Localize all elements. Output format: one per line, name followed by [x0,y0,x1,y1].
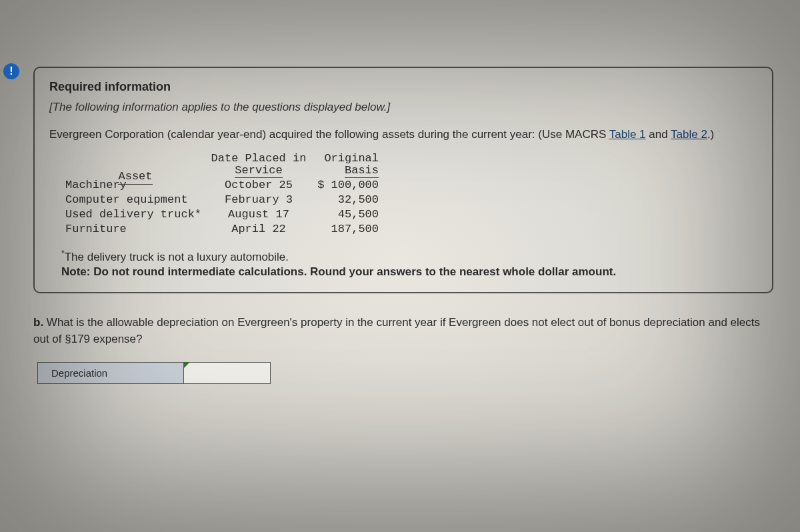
intro-post: .) [707,128,714,141]
question-b-text: What is the allowable depreciation on Ev… [33,316,760,345]
depreciation-input-cell [184,362,271,384]
alert-symbol: ! [9,65,13,77]
header-basis: OriginalBasis [312,153,379,178]
cell-date: August 17 [205,207,312,222]
alert-icon: ! [3,63,19,79]
required-heading: Required information [49,80,757,94]
depreciation-label: Depreciation [37,362,184,384]
depreciation-input[interactable] [184,363,270,383]
asset-table: Asset Date Placed inService OriginalBasi… [65,153,757,237]
content-area: Required information [The following info… [0,0,800,384]
table-row: Used delivery truck* August 17 45,500 [65,207,757,222]
cell-basis: $ 100,000 [312,178,379,193]
cell-basis: 45,500 [312,207,379,222]
cell-asset: Used delivery truck* [65,207,205,222]
intro-text: Evergreen Corporation (calendar year-end… [49,126,757,143]
question-b: b. What is the allowable depreciation on… [33,315,773,347]
footnote: *The delivery truck is not a luxury auto… [61,249,757,264]
link-table-1[interactable]: Table 1 [609,128,646,141]
required-info-box: Required information [The following info… [33,67,773,293]
question-b-label: b. [33,316,43,329]
cell-date: February 3 [205,193,312,207]
table-header-row: Asset Date Placed inService OriginalBasi… [65,153,757,178]
cell-date: April 22 [205,222,312,237]
header-date: Date Placed inService [205,153,312,178]
table-row: Computer equipment February 3 32,500 [65,193,757,207]
intro-mid: and [646,128,671,141]
answer-row: Depreciation [37,362,773,384]
cell-asset: Furniture [65,222,205,237]
cell-asset: Computer equipment [65,193,205,207]
applies-note: [The following information applies to th… [49,101,757,114]
cell-date: October 25 [205,178,312,193]
rounding-note: Note: Do not round intermediate calculat… [61,265,757,279]
link-table-2[interactable]: Table 2 [671,128,707,141]
input-marker-icon [183,362,190,369]
cell-basis: 32,500 [312,193,379,207]
intro-pre: Evergreen Corporation (calendar year-end… [49,128,609,141]
table-row: Furniture April 22 187,500 [65,222,757,237]
header-asset: Asset [65,169,205,185]
cell-basis: 187,500 [312,222,379,237]
